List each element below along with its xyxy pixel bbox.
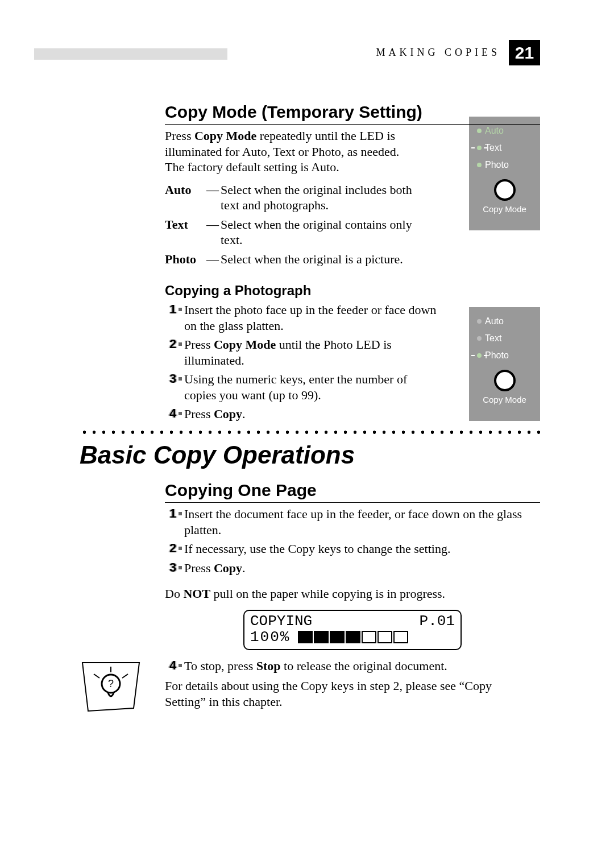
heading-copy-mode: Copy Mode (Temporary Setting) — [165, 102, 540, 125]
bold-term: Stop — [256, 659, 281, 673]
step-number-icon: 3 — [165, 560, 181, 575]
page-header: MAKING COPIES 21 — [34, 40, 540, 68]
step-row: 4 To stop, press Stop to release the ori… — [165, 658, 529, 674]
step-row: 1 Insert the photo face up in the feeder… — [165, 302, 438, 333]
progress-block-empty-icon — [393, 631, 408, 643]
step-text: Press Copy Mode until the Photo LED is i… — [184, 337, 438, 368]
lightbulb-note-icon: ? — [80, 660, 142, 714]
bold-term: Copy — [214, 407, 242, 421]
step-row: 2 Press Copy Mode until the Photo LED is… — [165, 337, 438, 368]
step-row: 1 Insert the document face up in the fee… — [165, 506, 529, 538]
definition-text: Text — Select when the original contains… — [165, 217, 432, 248]
definition-auto: Auto — Select when the original includes… — [165, 182, 432, 213]
step-text: To stop, press Stop to release the origi… — [184, 658, 529, 674]
step-number-icon: 3 — [165, 371, 181, 386]
section-basic-copy-operations: Basic Copy Operations — [80, 429, 540, 469]
step-row: 2 If necessary, use the Copy keys to cha… — [165, 541, 529, 557]
warning-text: Do NOT pull on the paper while copying i… — [165, 586, 529, 602]
text: to release the original document. — [281, 659, 447, 673]
em-dash-icon: — — [205, 182, 221, 213]
lcd-line1-left: COPYING — [250, 613, 312, 630]
progress-block-filled-icon — [298, 631, 313, 643]
heading-copying-photograph: Copying a Photograph — [165, 283, 540, 299]
lcd-line2-left: 100% — [250, 629, 290, 646]
lcd-progress-blocks — [298, 631, 408, 643]
definition-term: Auto — [165, 182, 205, 213]
hint-text: For details about using the Copy keys in… — [165, 678, 517, 709]
definition-desc: Select when the original contains only t… — [221, 217, 432, 248]
definition-photo: Photo — Select when the original is a pi… — [165, 251, 432, 267]
definition-desc: Select when the original is a picture. — [221, 251, 432, 267]
page-number: 21 — [509, 40, 540, 65]
bold-term: NOT — [183, 586, 210, 601]
step-row: 3 Press Copy. — [165, 560, 529, 576]
step-number-icon: 2 — [165, 337, 181, 352]
text: Press — [184, 337, 214, 352]
em-dash-icon: — — [205, 251, 221, 267]
progress-block-filled-icon — [346, 631, 360, 643]
text: pull on the paper while copying is in pr… — [210, 586, 445, 601]
text: . — [242, 407, 246, 421]
bold-term: Copy Mode — [214, 337, 276, 352]
text: Press — [165, 129, 194, 143]
text: To stop, press — [184, 659, 256, 673]
header-accent-strip — [34, 48, 227, 60]
text: . — [242, 561, 246, 575]
bold-term: Copy Mode — [194, 129, 256, 143]
step-number-icon: 1 — [165, 506, 181, 521]
step-row: 4 Press Copy. — [165, 406, 438, 422]
heading-basic-copy-operations: Basic Copy Operations — [80, 441, 540, 469]
progress-block-filled-icon — [330, 631, 345, 643]
step-number-icon: 4 — [165, 406, 181, 421]
step-text: If necessary, use the Copy keys to chang… — [184, 541, 529, 557]
step-number-icon: 1 — [165, 302, 181, 317]
chapter-label: MAKING COPIES — [376, 47, 500, 59]
text: Press — [184, 561, 214, 575]
dotted-rule-icon — [80, 429, 540, 435]
svg-text:?: ? — [108, 678, 114, 689]
lcd-line1-right: P.01 — [420, 613, 455, 630]
step-number-icon: 2 — [165, 541, 181, 556]
svg-line-2 — [94, 674, 99, 678]
bold-term: Copy — [214, 561, 242, 575]
heading-copying-one-page: Copying One Page — [165, 481, 540, 503]
svg-line-3 — [122, 674, 128, 678]
step-text: Insert the document face up in the feede… — [184, 506, 529, 538]
lcd-display: COPYING P.01 100% — [243, 610, 462, 650]
copy-mode-intro: Press Copy Mode repeatedly until the LED… — [165, 128, 415, 175]
step-number-icon: 4 — [165, 658, 181, 673]
progress-block-empty-icon — [362, 631, 376, 643]
definition-term: Text — [165, 217, 205, 248]
definition-term: Photo — [165, 251, 205, 267]
step-text: Press Copy. — [184, 560, 529, 576]
text: Press — [184, 407, 214, 421]
text: Do — [165, 586, 183, 601]
step-text: Press Copy. — [184, 406, 438, 422]
progress-block-empty-icon — [377, 631, 392, 643]
definition-desc: Select when the original includes both t… — [221, 182, 432, 213]
progress-block-filled-icon — [314, 631, 329, 643]
step-text: Insert the photo face up in the feeder o… — [184, 302, 438, 333]
step-row: 3 Using the numeric keys, enter the numb… — [165, 371, 438, 403]
em-dash-icon: — — [205, 217, 221, 248]
step-text: Using the numeric keys, enter the number… — [184, 371, 438, 403]
